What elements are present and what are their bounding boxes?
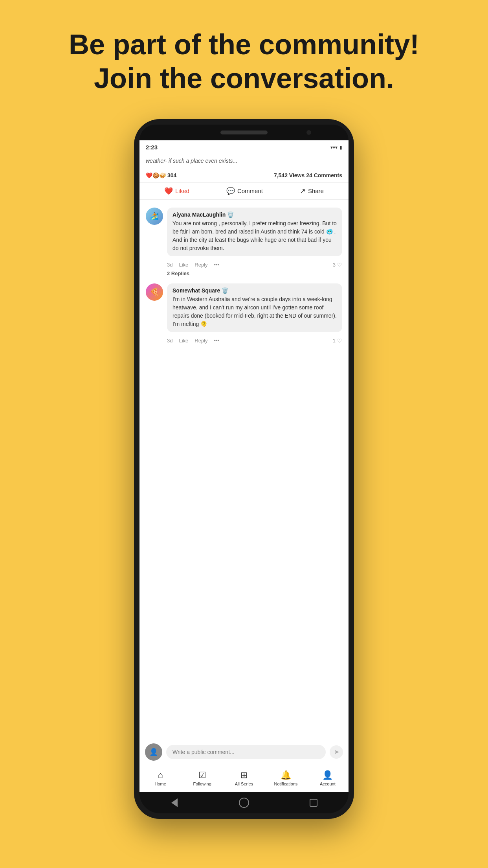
replies-link[interactable]: 2 Replies bbox=[139, 270, 349, 280]
post-snippet: weather- if such a place even exists... bbox=[139, 154, 349, 168]
nav-label-notifications: Notifications bbox=[274, 782, 297, 786]
phone-bottom-bar bbox=[139, 792, 349, 813]
comment-likes: 1 ♡ bbox=[333, 338, 342, 344]
replies-count: 2 Replies bbox=[167, 270, 189, 276]
all-series-icon: ⊞ bbox=[240, 770, 248, 780]
phone-top-bar bbox=[139, 125, 349, 140]
comment-time: 3d bbox=[167, 338, 172, 344]
back-button[interactable] bbox=[169, 797, 180, 808]
content-area: weather- if such a place even exists... … bbox=[139, 154, 349, 764]
comment-bubble: Aiyana MacLaughlin 🗑️ You are not wrong … bbox=[167, 208, 342, 256]
battery-icon: ▮ bbox=[339, 145, 342, 150]
author-name: Aiyana MacLaughlin bbox=[172, 211, 226, 218]
home-button[interactable] bbox=[238, 797, 250, 808]
like-button[interactable]: Like bbox=[179, 338, 188, 344]
bottom-nav: ⌂ Home ☑ Following ⊞ All Series 🔔 Notifi… bbox=[139, 764, 349, 792]
comment-likes: 3 ♡ bbox=[333, 262, 342, 268]
current-user-avatar: 👤 bbox=[145, 743, 162, 761]
author-name: Somewhat Square bbox=[172, 287, 220, 294]
phone-frame: 2:23 ▾▾▾ ▮ weather- if such a place even… bbox=[134, 119, 354, 819]
liked-button[interactable]: ❤️ Liked bbox=[164, 187, 189, 195]
comment-input[interactable] bbox=[166, 745, 326, 759]
more-options-button[interactable]: ••• bbox=[214, 262, 220, 268]
signal-icon: ▾▾▾ bbox=[330, 145, 338, 150]
home-icon: ⌂ bbox=[158, 770, 163, 780]
comment-actions: 3d Like Reply ••• 3 ♡ bbox=[139, 260, 349, 270]
camera bbox=[306, 130, 311, 135]
send-icon: ➤ bbox=[334, 748, 339, 756]
table-row: 🏄 Aiyana MacLaughlin 🗑️ You are not wron… bbox=[139, 204, 349, 260]
reaction-emojis: ❤️🍪🥪 bbox=[146, 172, 166, 178]
reaction-count: 304 bbox=[167, 172, 176, 178]
send-button[interactable]: ➤ bbox=[330, 745, 343, 759]
status-time: 2:23 bbox=[146, 144, 158, 151]
recents-icon bbox=[310, 799, 317, 807]
nav-label-all-series: All Series bbox=[235, 782, 253, 786]
sidebar-item-home[interactable]: ⌂ Home bbox=[139, 770, 181, 786]
reply-button[interactable]: Reply bbox=[194, 338, 207, 344]
headline-line2: Join the conversation. bbox=[94, 63, 394, 94]
comment-actions: 3d Like Reply ••• 1 ♡ bbox=[139, 336, 349, 346]
comment-button[interactable]: 💬 Comment bbox=[226, 187, 263, 195]
more-options-button[interactable]: ••• bbox=[214, 338, 220, 344]
comment-text: You are not wrong , personally, I prefer… bbox=[172, 219, 337, 252]
like-count: 3 bbox=[333, 262, 336, 268]
comment-input-row: 👤 ➤ bbox=[139, 740, 349, 764]
comments-count: 24 bbox=[306, 172, 312, 178]
views-count: 7,542 bbox=[274, 172, 288, 178]
author-badge: 🗑️ bbox=[227, 211, 234, 218]
like-count: 1 bbox=[333, 338, 336, 344]
nav-label-following: Following bbox=[193, 782, 211, 786]
status-bar: 2:23 ▾▾▾ ▮ bbox=[139, 140, 349, 154]
comment-text: I'm in Western Australia and we're a cou… bbox=[172, 295, 337, 328]
headline-line1: Be part of the community! bbox=[69, 29, 419, 60]
reactions-row: ❤️🍪🥪 304 7,542 Views 24 Comments bbox=[139, 168, 349, 183]
speaker bbox=[220, 131, 268, 134]
heart-icon: ♡ bbox=[337, 338, 342, 344]
following-icon: ☑ bbox=[198, 770, 206, 780]
avatar: 🏄 bbox=[146, 208, 163, 225]
headline: Be part of the community! Join the conve… bbox=[45, 28, 443, 96]
reactions-left: ❤️🍪🥪 304 bbox=[146, 172, 176, 178]
account-icon: 👤 bbox=[322, 770, 333, 780]
comment-time: 3d bbox=[167, 262, 172, 268]
comments-section: 🏄 Aiyana MacLaughlin 🗑️ You are not wron… bbox=[139, 200, 349, 740]
comment-actions-left: 3d Like Reply ••• bbox=[167, 338, 219, 344]
comment-bubble: Somewhat Square 🗑️ I'm in Western Austra… bbox=[167, 283, 342, 332]
status-icons: ▾▾▾ ▮ bbox=[330, 145, 342, 150]
heart-icon: ♡ bbox=[337, 262, 342, 268]
back-icon bbox=[171, 798, 178, 807]
sidebar-item-notifications[interactable]: 🔔 Notifications bbox=[265, 770, 306, 786]
snippet-text: weather- if such a place even exists... bbox=[146, 158, 237, 164]
notifications-icon: 🔔 bbox=[281, 770, 291, 780]
heart-icon: ❤️ bbox=[164, 187, 173, 195]
comment-author: Aiyana MacLaughlin 🗑️ bbox=[172, 211, 337, 218]
like-button[interactable]: Like bbox=[179, 262, 188, 268]
share-button[interactable]: ↗ Share bbox=[300, 187, 324, 195]
nav-label-account: Account bbox=[320, 782, 336, 786]
sidebar-item-following[interactable]: ☑ Following bbox=[181, 770, 223, 786]
home-hardware-icon bbox=[239, 798, 249, 808]
phone-screen: 2:23 ▾▾▾ ▮ weather- if such a place even… bbox=[139, 140, 349, 792]
nav-label-home: Home bbox=[155, 782, 166, 786]
comment-icon: 💬 bbox=[226, 187, 235, 195]
comment-author: Somewhat Square 🗑️ bbox=[172, 287, 337, 294]
avatar: 🍕 bbox=[146, 283, 163, 301]
recents-button[interactable] bbox=[308, 797, 319, 808]
reply-button[interactable]: Reply bbox=[194, 262, 207, 268]
reactions-right: 7,542 Views 24 Comments bbox=[274, 172, 342, 178]
table-row: 🍕 Somewhat Square 🗑️ I'm in Western Aust… bbox=[139, 280, 349, 336]
sidebar-item-all-series[interactable]: ⊞ All Series bbox=[223, 770, 265, 786]
share-label: Share bbox=[308, 188, 324, 194]
share-icon: ↗ bbox=[300, 187, 306, 195]
comment-actions-left: 3d Like Reply ••• bbox=[167, 262, 219, 268]
author-badge: 🗑️ bbox=[222, 287, 228, 294]
comment-label: Comment bbox=[237, 188, 263, 194]
liked-label: Liked bbox=[175, 188, 189, 194]
action-row: ❤️ Liked 💬 Comment ↗ Share bbox=[139, 183, 349, 200]
sidebar-item-account[interactable]: 👤 Account bbox=[307, 770, 349, 786]
